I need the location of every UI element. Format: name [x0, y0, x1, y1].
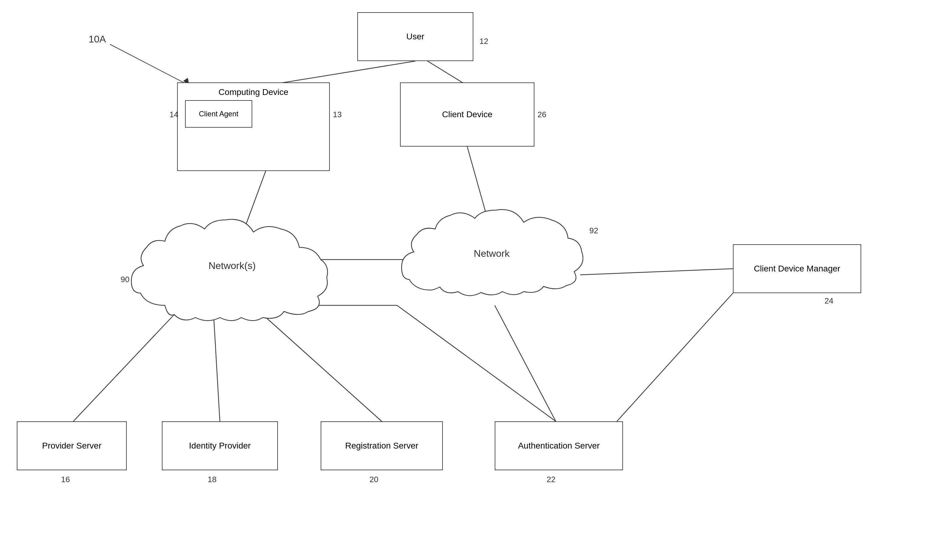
svg-line-1 [428, 61, 467, 86]
authentication-server-label: Authentication Server [518, 441, 600, 451]
svg-line-13 [110, 44, 189, 86]
user-box: User [357, 12, 473, 61]
diagram: 10A User 12 Computing Device Client Agen… [0, 0, 925, 560]
registration-server-box: Registration Server [321, 422, 443, 470]
network-label: Network [474, 248, 509, 259]
client-agent-box: Client Agent [185, 100, 252, 128]
provider-server-label: Provider Server [42, 441, 102, 451]
network-ref: 92 [589, 226, 598, 235]
svg-line-8 [397, 306, 556, 422]
client-device-manager-label: Client Device Manager [754, 264, 840, 274]
svg-line-9 [495, 306, 556, 422]
svg-line-5 [214, 318, 220, 422]
authentication-server-box: Authentication Server [495, 422, 623, 470]
client-device-label: Client Device [442, 110, 493, 119]
client-device-ref: 26 [538, 110, 546, 119]
client-agent-ref: 14 [169, 110, 178, 119]
client-agent-label: Client Agent [199, 110, 238, 118]
svg-line-4 [73, 312, 177, 422]
registration-server-ref: 20 [369, 475, 378, 484]
identity-provider-box: Identity Provider [162, 422, 278, 470]
network-cloud: Network [400, 202, 583, 306]
client-device-manager-box: Client Device Manager [733, 244, 861, 293]
svg-line-0 [266, 61, 415, 86]
networks-label: Network(s) [209, 260, 256, 271]
svg-line-10 [580, 269, 733, 275]
computing-device-box: Computing Device Client Agent [177, 83, 330, 171]
computing-device-label: Computing Device [218, 87, 289, 97]
provider-server-ref: 16 [61, 475, 70, 484]
svg-line-6 [263, 315, 382, 422]
identity-provider-ref: 18 [208, 475, 217, 484]
provider-server-box: Provider Server [17, 422, 127, 470]
networks-cloud: Network(s) [128, 208, 336, 324]
client-device-manager-ref: 24 [824, 296, 833, 306]
diagram-label: 10A [89, 33, 106, 45]
authentication-server-ref: 22 [547, 475, 556, 484]
user-label: User [406, 32, 424, 42]
svg-line-11 [617, 293, 733, 422]
user-ref: 12 [479, 37, 488, 46]
identity-provider-label: Identity Provider [189, 441, 251, 451]
registration-server-label: Registration Server [345, 441, 418, 451]
client-device-box: Client Device [400, 83, 535, 146]
computing-device-ref: 13 [333, 110, 342, 119]
networks-ref: 90 [121, 275, 130, 284]
